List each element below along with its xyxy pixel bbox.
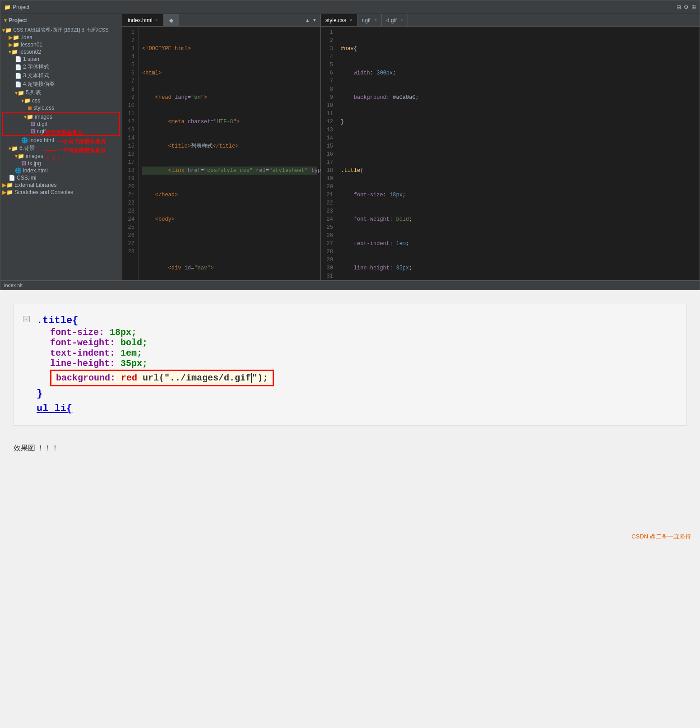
tab-dgif[interactable]: d.gif × bbox=[382, 14, 408, 26]
icon-rgif: 🖼 bbox=[30, 128, 36, 134]
label-link: 4.超链接伪类 bbox=[23, 80, 55, 88]
icon-extlib: 📁 bbox=[6, 182, 13, 188]
tab-close-dgif[interactable]: × bbox=[400, 18, 403, 23]
tree-icon-css: 📁 bbox=[5, 27, 12, 33]
tab-close-style[interactable]: × bbox=[350, 18, 352, 23]
label-cssiml: CSS.iml bbox=[17, 175, 36, 181]
ide-titlebar: 📁 Project ⊟ ⚙ ⊞ bbox=[0, 0, 700, 14]
settings-icon[interactable]: ⚙ bbox=[684, 4, 689, 10]
tree-text[interactable]: 📄 3.文本样式 bbox=[0, 71, 122, 80]
tab-extra[interactable]: ◆ bbox=[164, 14, 179, 26]
label-1span: 1.span bbox=[23, 56, 39, 62]
expand-icon[interactable]: ⊞ bbox=[691, 4, 696, 10]
tree-scratches[interactable]: ▶ 📁 Scratches and Consoles bbox=[0, 189, 122, 196]
tab-index-html[interactable]: index.html × bbox=[122, 14, 164, 26]
icon-bg-images: 📁 bbox=[18, 153, 24, 159]
tab-rgif[interactable]: r.gif × bbox=[357, 14, 382, 26]
css-line-numbers: 12345 678910 1112131415 1617181920 21222… bbox=[321, 27, 337, 280]
label-bg: 6.背景 bbox=[19, 144, 35, 152]
tree-bg[interactable]: ▾ 📁 6.背景 bbox=[0, 144, 122, 153]
csdn-label: CSDN @二哥一直坚持 bbox=[631, 533, 691, 540]
tree-bg-index[interactable]: 🌐 index.html bbox=[0, 167, 122, 174]
scroll-down-icon[interactable]: ▼ bbox=[312, 18, 317, 23]
project-folder-icon: ▾ bbox=[4, 17, 7, 23]
tree-images[interactable]: ▾ 📁 images bbox=[3, 113, 119, 121]
tab-close-index[interactable]: × bbox=[155, 18, 158, 23]
tree-idea[interactable]: ▶ 📁 .idea bbox=[0, 34, 122, 41]
tree-root[interactable]: ▾ 📁 CSS FA班级管理-西开 [19921] 3, 代码\CSS bbox=[0, 26, 122, 34]
tree-stylecss[interactable]: ◼ style.css bbox=[0, 104, 122, 111]
zoom-bg-prop: background: bbox=[56, 373, 116, 383]
tree-extlib[interactable]: ▶ 📁 External Libraries bbox=[0, 181, 122, 189]
tree-lesson01[interactable]: ▶ 📁 lesson01 bbox=[0, 41, 122, 48]
icon-font: 📄 bbox=[15, 64, 22, 70]
arrow-idea: ▶ bbox=[9, 34, 13, 41]
label-dgif: d.gif bbox=[37, 121, 47, 127]
css-ln3: background: #a0a0a0; bbox=[341, 93, 696, 102]
effects-label: 效果图 ！！！ bbox=[14, 444, 59, 452]
label-indexhtml: index.html bbox=[29, 137, 54, 144]
arrow-lesson01: ▶ bbox=[9, 42, 13, 48]
zoom-closing: } bbox=[37, 388, 672, 399]
css-editor-panel: style.css × r.gif × d.gif × 12345 678910… bbox=[321, 14, 700, 280]
css-code-content[interactable]: #nav{ width: 300px; background: #a0a0a0;… bbox=[337, 27, 700, 280]
icon-txjpg: 🖼 bbox=[21, 160, 27, 167]
css-tab-bar: style.css × r.gif × d.gif × bbox=[321, 14, 700, 27]
tree-font[interactable]: 📄 2.字体样式 bbox=[0, 63, 122, 71]
icon-lesson02: 📁 bbox=[11, 49, 18, 55]
css-ln9: text-indent: 1em; bbox=[341, 240, 696, 248]
css-code-editor[interactable]: 12345 678910 1112131415 1617181920 21222… bbox=[321, 27, 700, 280]
label-bg-images: images bbox=[26, 153, 43, 159]
tree-lesson02[interactable]: ▾ 📁 lesson02 bbox=[0, 48, 122, 56]
tree-link[interactable]: 📄 4.超链接伪类 bbox=[0, 80, 122, 88]
separator-2 bbox=[0, 426, 700, 435]
tab-stylecss[interactable]: style.css × bbox=[321, 14, 357, 26]
tree-cssiml[interactable]: 📄 CSS.iml bbox=[0, 174, 122, 181]
css-ln4: } bbox=[341, 118, 696, 126]
tree-list[interactable]: ▾ 📁 5.列表 bbox=[0, 88, 122, 97]
minimize-icon[interactable]: ⊟ bbox=[677, 4, 681, 10]
scroll-up-icon[interactable]: ▲ bbox=[305, 18, 310, 23]
tree-css[interactable]: ▾ 📁 css bbox=[0, 97, 122, 104]
label-text: 3.文本样式 bbox=[23, 72, 49, 79]
icon-css: 📁 bbox=[24, 97, 31, 104]
tab-close-rgif[interactable]: × bbox=[374, 18, 377, 23]
css-ln1: #nav{ bbox=[341, 45, 696, 53]
tree-dgif[interactable]: 🖼 d.gif bbox=[3, 121, 119, 128]
editor-row: ▾ Project ▾ 📁 CSS FA班级管理-西开 [19921] 3, 代… bbox=[0, 14, 700, 280]
label-txjpg: tx.jpg bbox=[28, 160, 41, 167]
tab-label-rgif: r.gif bbox=[362, 17, 371, 23]
html-ln2: <html> bbox=[142, 69, 317, 77]
tab-extra-label: ◆ bbox=[169, 17, 173, 23]
zoom-bg-space2: url(" bbox=[143, 373, 170, 383]
html-code-content[interactable]: <!DOCTYPE html> <html> <head lang="en"> … bbox=[139, 27, 320, 280]
csdn-footer: CSDN @二哥一直坚持 bbox=[0, 529, 700, 544]
zoom-line-fontsize: font-size: 18px; bbox=[37, 327, 672, 338]
label-idea: .idea bbox=[21, 34, 32, 41]
html-ln3: <head lang="en"> bbox=[142, 93, 317, 102]
icon-text: 📄 bbox=[15, 73, 22, 79]
icon-bg: 📁 bbox=[11, 145, 18, 152]
tree-bg-images[interactable]: ▾ 📁 images bbox=[0, 153, 122, 160]
tree-indexhtml[interactable]: 🌐 index.html bbox=[0, 137, 122, 144]
tab-label-index: index.html bbox=[128, 17, 153, 23]
css-ln7: font-size: 18px; bbox=[341, 191, 696, 199]
tree-1span[interactable]: 📄 1.span bbox=[0, 56, 122, 63]
html-code-editor[interactable]: 12345 678910 1112131415 1617181920 21222… bbox=[122, 27, 320, 280]
tree-rgif[interactable]: 🖼 r.gif bbox=[3, 128, 119, 135]
html-ln4: <meta charset="UTF-8"> bbox=[142, 118, 317, 126]
tab-label-dgif: d.gif bbox=[386, 17, 397, 23]
zoom-bg-path: ../images/d.gif bbox=[170, 373, 251, 383]
icon-scratches: 📁 bbox=[6, 189, 13, 195]
icon-dgif: 🖼 bbox=[30, 121, 36, 127]
label-lesson01: lesson01 bbox=[21, 42, 42, 48]
zoom-line-fontweight: font-weight: bold; bbox=[37, 338, 672, 348]
zoom-highlight-line: background: red url("../images/d.gif"); bbox=[37, 370, 672, 386]
label-list: 5.列表 bbox=[26, 89, 41, 97]
ide-wrapper: 📁 Project ⊟ ⚙ ⊞ ▾ Project ▾ 📁 CSS FA班级管理… bbox=[0, 0, 700, 290]
editor-controls: ▲ ▼ bbox=[305, 18, 320, 23]
css-ln6: .title{ bbox=[341, 167, 696, 175]
folder-icon: 📁 bbox=[4, 4, 11, 10]
tree-txjpg[interactable]: 🖼 tx.jpg bbox=[0, 160, 122, 167]
html-tab-bar: index.html × ◆ ▲ ▼ bbox=[122, 14, 320, 27]
